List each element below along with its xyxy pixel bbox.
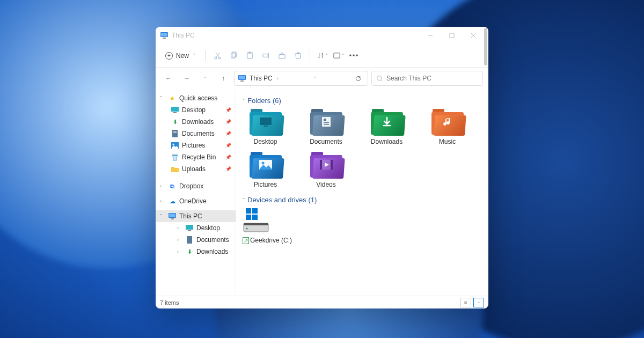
svg-rect-33 <box>186 225 193 230</box>
sidebar: ˅ ★ Quick access Desktop📌 ⬇Downloads📌 Do… <box>156 89 236 296</box>
cut-button[interactable] <box>211 49 224 62</box>
pictures-folder-icon <box>248 151 283 179</box>
chevron-down-icon: ˅ <box>160 95 165 101</box>
search-input[interactable] <box>386 75 478 82</box>
breadcrumb[interactable]: This PC <box>250 75 273 82</box>
search-icon <box>376 75 383 82</box>
sort-button[interactable]: ˅ <box>316 49 328 62</box>
group-header-folders[interactable]: ˅Folders (6) <box>243 97 482 105</box>
titlebar: This PC <box>156 27 488 44</box>
folder-music[interactable]: Music <box>425 108 470 145</box>
chevron-right-icon: › <box>177 249 182 254</box>
svg-rect-40 <box>324 122 329 123</box>
paste-button[interactable] <box>243 49 256 62</box>
folder-downloads[interactable]: Downloads <box>364 108 409 145</box>
svg-rect-4 <box>450 33 454 38</box>
sidebar-item-thispc[interactable]: ˅This PC <box>156 210 236 222</box>
folder-pictures[interactable]: Pictures <box>243 151 288 188</box>
details-view-button[interactable]: ≡ <box>460 298 471 307</box>
documents-folder-icon <box>309 108 343 136</box>
desktop-folder-icon <box>248 108 283 136</box>
pin-icon: 📌 <box>225 131 231 136</box>
new-button[interactable]: + New ˅ <box>161 50 200 62</box>
pin-icon: 📌 <box>225 155 231 160</box>
drive-c[interactable]: ↗ Geekdrive (C:) <box>243 207 296 244</box>
sidebar-item-documents[interactable]: Documents📌 <box>156 128 236 139</box>
folder-videos[interactable]: Videos <box>303 151 349 188</box>
sidebar-item-dropbox[interactable]: ›⧉Dropbox <box>156 180 236 192</box>
chevron-down-icon: ˅ <box>243 98 245 104</box>
svg-point-28 <box>173 144 174 145</box>
svg-rect-32 <box>171 218 174 219</box>
sidebar-item-pictures[interactable]: Pictures📌 <box>156 139 236 151</box>
sidebar-item-onedrive[interactable]: ›☁OneDrive <box>156 195 236 207</box>
copy-button[interactable] <box>227 49 240 62</box>
group-header-drives[interactable]: ˅Devices and drives (1) <box>243 196 482 204</box>
new-button-label: New <box>176 52 189 60</box>
recent-button[interactable]: ˅ <box>197 71 213 86</box>
folder-icon <box>171 165 179 173</box>
svg-rect-52 <box>244 223 268 225</box>
item-count: 7 items <box>160 299 179 306</box>
view-button[interactable]: ˅ <box>332 49 345 62</box>
sidebar-item-pc-documents[interactable]: ›Documents <box>156 234 236 246</box>
share-button[interactable] <box>275 49 288 62</box>
thispc-icon <box>168 212 177 221</box>
svg-rect-31 <box>169 214 175 217</box>
toolbar: + New ˅ ˅ ˅ ••• <box>156 44 488 68</box>
content-pane: ˅Folders (6) Desktop Documents Downloads… <box>236 89 488 296</box>
desktop-icon <box>185 224 194 232</box>
sidebar-item-downloads[interactable]: ⬇Downloads📌 <box>156 116 236 128</box>
svg-point-20 <box>377 76 382 80</box>
sidebar-item-quick-access[interactable]: ˅ ★ Quick access <box>156 92 236 104</box>
desktop-icon <box>171 106 179 114</box>
sidebar-item-pc-downloads[interactable]: ›⬇Downloads <box>156 246 236 258</box>
chevron-right-icon: › <box>177 225 182 231</box>
svg-rect-34 <box>188 230 191 231</box>
maximize-button[interactable] <box>441 27 463 44</box>
status-bar: 7 items ≡ ▫ <box>156 296 488 308</box>
more-button[interactable]: ••• <box>348 49 361 62</box>
pin-icon: 📌 <box>225 166 231 172</box>
address-bar[interactable]: This PC› ˅ <box>234 71 368 86</box>
download-icon: ⬇ <box>171 117 179 126</box>
sidebar-item-recyclebin[interactable]: Recycle Bin📌 <box>156 151 236 163</box>
svg-rect-36 <box>260 117 272 125</box>
folder-documents[interactable]: Documents <box>303 108 349 145</box>
icons-view-button[interactable]: ▫ <box>473 298 484 307</box>
sidebar-item-desktop[interactable]: Desktop📌 <box>156 104 236 116</box>
up-button[interactable]: ↑ <box>216 71 231 86</box>
rename-button[interactable] <box>259 49 272 62</box>
drive-icon <box>243 207 269 236</box>
svg-rect-50 <box>252 215 258 220</box>
thispc-icon <box>160 31 169 40</box>
sidebar-item-pc-desktop[interactable]: ›Desktop <box>156 222 236 234</box>
svg-rect-19 <box>240 80 244 82</box>
chevron-down-icon: ˅ <box>243 197 245 203</box>
svg-rect-16 <box>333 53 339 58</box>
refresh-button[interactable] <box>352 72 364 85</box>
document-icon <box>171 129 179 138</box>
svg-rect-25 <box>173 131 177 131</box>
svg-rect-39 <box>324 119 326 121</box>
picture-icon <box>171 141 179 150</box>
sidebar-item-uploads[interactable]: Uploads📌 <box>156 163 236 175</box>
svg-rect-2 <box>163 38 166 39</box>
svg-rect-22 <box>171 107 179 112</box>
svg-rect-18 <box>239 76 245 79</box>
svg-rect-1 <box>161 33 167 36</box>
close-button[interactable] <box>463 27 484 44</box>
svg-rect-37 <box>264 126 268 127</box>
svg-rect-48 <box>252 208 258 214</box>
star-icon: ★ <box>168 94 177 102</box>
window-title: This PC <box>172 32 195 39</box>
minimize-button[interactable] <box>420 27 441 44</box>
back-button[interactable]: ← <box>161 71 176 86</box>
search-bar[interactable] <box>371 71 483 86</box>
svg-rect-41 <box>324 124 329 125</box>
forward-button[interactable]: → <box>179 71 194 86</box>
downloads-folder-icon <box>370 108 404 136</box>
folder-desktop[interactable]: Desktop <box>243 108 288 145</box>
svg-rect-46 <box>331 160 333 170</box>
delete-button[interactable] <box>291 49 304 62</box>
